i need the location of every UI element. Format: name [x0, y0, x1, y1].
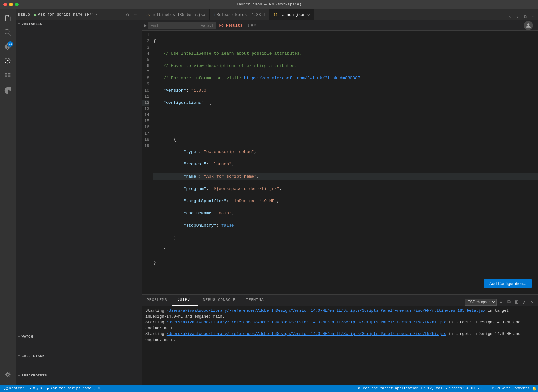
encoding-status[interactable]: UTF-8 [470, 385, 483, 392]
git-badge: 21 [8, 41, 13, 47]
indentation-label: Spaces: 4 [449, 387, 468, 390]
close-tab-button[interactable]: ✕ [307, 12, 310, 18]
line-ending-status[interactable]: LF [483, 385, 490, 392]
tab-label-multinotes: multinotes_185_beta.jsx [152, 13, 205, 17]
variables-chevron: ▾ [18, 22, 20, 26]
settings-icon[interactable] [1, 368, 14, 381]
find-bar: ▶ Aa ab| No Results ↑ ↓ ≡ × [142, 20, 538, 31]
variables-header[interactable]: ▾ VARIABLES [16, 20, 142, 27]
errors-status[interactable]: ✕ 0 ⚠ 0 [28, 385, 43, 392]
find-select-all-button[interactable]: ≡ [250, 23, 253, 28]
tab-terminal[interactable]: TERMINAL [241, 294, 271, 306]
tab-debug-console[interactable]: DEBUG CONSOLE [198, 294, 241, 306]
title-bar: launch.json — FN (Workspace) [0, 0, 538, 9]
callstack-label: CALL STACK [22, 354, 45, 358]
editor-area: JS multinotes_185_beta.jsx ℹ Release Not… [142, 9, 538, 385]
output-line-3: Starting /Users/akivaatwood/Library/Pref… [145, 331, 534, 343]
breakpoints-header[interactable]: ▾ BREAKPOINTS [16, 372, 142, 379]
breakpoints-chevron: ▾ [18, 374, 20, 377]
find-prev-button[interactable]: ↑ [243, 23, 246, 28]
debug-toolbar: DEBUG ▶ Ask for script name (FN) ▾ ⚙ ⋯ [16, 9, 142, 20]
language-status[interactable]: JSON with Comments [490, 385, 531, 392]
tab-nav-right[interactable]: › [514, 13, 521, 20]
panel-filter-button[interactable]: ⧉ [506, 299, 512, 305]
output-line-1: Starting /Users/akivaatwood/Library/Pref… [145, 308, 534, 320]
callstack-header[interactable]: ▾ CALL STACK [16, 353, 142, 360]
sidebar: DEBUG ▶ Ask for script name (FN) ▾ ⚙ ⋯ ▾… [16, 9, 142, 385]
error-count: 0 [33, 387, 35, 390]
watch-label: WATCH [22, 335, 33, 339]
panel-list-view-button[interactable]: ≡ [498, 299, 504, 305]
code-editor[interactable]: 12345 678910 1112131415 16171819 { // Us… [142, 31, 538, 294]
git-branch-name: master* [9, 387, 24, 390]
add-configuration-button[interactable]: Add Configuration... [484, 279, 532, 288]
git-branch-status[interactable]: ⎇ master* [3, 385, 26, 392]
output-link-1[interactable]: /Users/akivaatwood/Library/Preferences/A… [167, 309, 486, 313]
panel-close-button[interactable]: ✕ [529, 299, 535, 305]
tab-icon-release: ℹ [213, 13, 215, 17]
panel-tabs: PROBLEMS OUTPUT DEBUG CONSOLE TERMINAL E… [142, 295, 538, 306]
line-ending-label: LF [484, 387, 489, 390]
files-icon[interactable] [1, 12, 14, 25]
more-options-icon[interactable]: ⋯ [132, 11, 139, 18]
debug-label: DEBUG [18, 13, 30, 16]
close-find-button[interactable]: × [254, 23, 256, 28]
tab-nav-left[interactable]: ‹ [506, 13, 513, 20]
debug-run-status[interactable]: ▶ Ask for script name (FN) [46, 385, 103, 392]
tab-problems[interactable]: PROBLEMS [142, 294, 172, 306]
match-case-button[interactable]: Aa [200, 24, 206, 27]
config-dropdown-arrow[interactable]: ▾ [95, 13, 97, 16]
variables-label: VARIABLES [22, 22, 42, 26]
find-next-button[interactable]: ↓ [247, 23, 250, 28]
start-debug-button[interactable]: ▶ [34, 12, 37, 17]
tab-navigation: ‹ › ⧉ ⋯ [505, 13, 538, 20]
tab-bar: JS multinotes_185_beta.jsx ℹ Release Not… [142, 9, 538, 20]
output-link-2[interactable]: /Users/akivaatwood/Library/Preferences/A… [167, 320, 446, 325]
debug-icon[interactable] [1, 54, 14, 67]
svg-point-1 [527, 23, 530, 26]
find-expand-arrow[interactable]: ▶ [144, 23, 147, 28]
output-line-2: Starting /Users/akivaatwood/Library/Pref… [145, 320, 534, 331]
whole-word-button[interactable]: ab| [207, 24, 214, 27]
watch-header[interactable]: ▾ WATCH [16, 333, 142, 340]
cursor-position-status[interactable]: Ln 12, Col 5 [420, 385, 448, 392]
find-input[interactable] [150, 23, 199, 28]
find-nav: ↑ ↓ ≡ × [243, 23, 256, 28]
split-editor-button[interactable]: ⧉ [522, 13, 529, 20]
tab-multinotes[interactable]: JS multinotes_185_beta.jsx [142, 9, 210, 20]
output-link-3[interactable]: /Users/akivaatwood/Library/Preferences/A… [167, 332, 446, 336]
output-source-select[interactable]: ESDebugger [465, 299, 497, 306]
tab-icon-multinotes: JS [145, 13, 150, 17]
tab-launch-json[interactable]: {} launch.json ✕ [270, 9, 314, 20]
settings-gear-icon[interactable]: ⚙ [124, 11, 131, 18]
code-content[interactable]: { // Use IntelliSense to learn about pos… [153, 31, 538, 294]
tab-release-notes[interactable]: ℹ Release Notes: 1.33.1 [210, 9, 270, 20]
more-tabs-button[interactable]: ⋯ [530, 13, 537, 20]
tab-output[interactable]: OUTPUT [172, 294, 198, 306]
status-left: ⎇ master* ✕ 0 ⚠ 0 ▶ Ask for script name … [0, 385, 106, 392]
status-bar: ⎇ master* ✕ 0 ⚠ 0 ▶ Ask for script name … [0, 385, 538, 392]
panel-content: Starting /Users/akivaatwood/Library/Pref… [142, 306, 538, 385]
panel-clear-button[interactable]: 🗑 [513, 299, 520, 305]
debug-config: ▶ Ask for script name (FN) ▾ [34, 12, 97, 17]
variables-section: ▾ VARIABLES [16, 20, 142, 333]
remote-icon[interactable] [1, 84, 14, 97]
warning-icon: ⚠ [36, 387, 38, 391]
notifications-status[interactable]: 🔔 [531, 385, 538, 392]
language-label: JSON with Comments [491, 387, 530, 390]
indentation-status[interactable]: Spaces: 4 [448, 385, 470, 392]
minimize-button[interactable] [9, 3, 13, 6]
target-app-status[interactable]: Select the target application [355, 385, 420, 392]
close-button[interactable] [3, 3, 7, 6]
sidebar-body: ▾ VARIABLES ▾ WATCH ▾ CALL STACK [16, 20, 142, 385]
activity-bar: 21 [0, 9, 16, 385]
search-icon[interactable] [1, 26, 14, 39]
status-right: Select the target application Ln 12, Col… [355, 385, 538, 392]
git-icon[interactable]: 21 [1, 40, 14, 53]
tab-label-json: launch.json [280, 13, 305, 17]
breakpoints-section: ▾ BREAKPOINTS [16, 372, 142, 385]
maximize-button[interactable] [15, 3, 19, 6]
extensions-icon[interactable] [1, 69, 14, 82]
git-branch-icon: ⎇ [4, 387, 8, 391]
panel-collapse-button[interactable]: ∧ [521, 299, 528, 305]
